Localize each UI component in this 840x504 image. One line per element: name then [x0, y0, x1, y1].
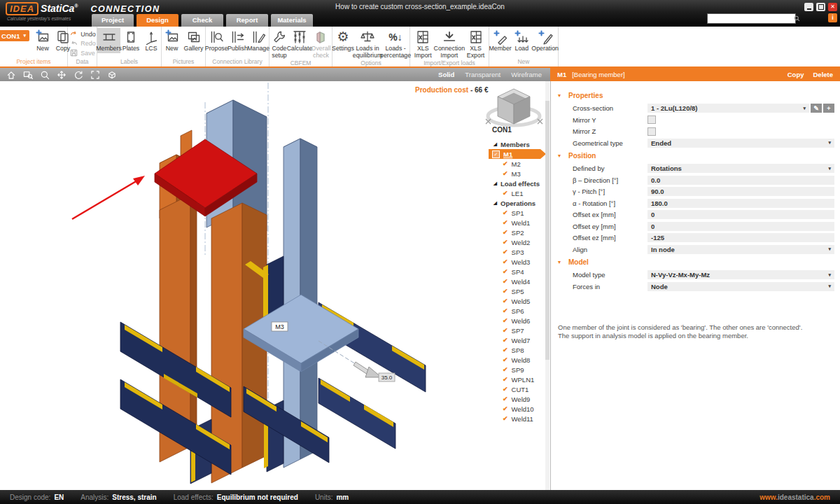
- prop-defined_by-select[interactable]: Rotations▾: [648, 164, 834, 173]
- tree-scrollbar[interactable]: [545, 81, 550, 490]
- check-icon[interactable]: ✔: [503, 366, 508, 373]
- section-collapse-icon[interactable]: ▾: [558, 153, 561, 159]
- tree-item-weld4[interactable]: ✔Weld4: [483, 276, 550, 286]
- xls-export-button[interactable]: XLS Export: [463, 28, 489, 59]
- propose-button[interactable]: Propose: [206, 28, 227, 53]
- check-icon[interactable]: ✔: [503, 160, 508, 167]
- tree-item-weld5[interactable]: ✔Weld5: [483, 296, 550, 306]
- check-icon[interactable]: ✔: [503, 170, 508, 177]
- prop-beta_direction-input[interactable]: 0.0: [648, 176, 834, 185]
- check-icon[interactable]: ✔: [503, 209, 508, 216]
- tree-item-weld1[interactable]: ✔Weld1: [483, 218, 550, 227]
- tree-item-sp5[interactable]: ✔SP5: [483, 286, 550, 296]
- section-header-position[interactable]: ▾Position: [558, 150, 834, 161]
- tab-check[interactable]: Check: [181, 14, 223, 27]
- calculate-button[interactable]: Calculate: [290, 28, 309, 53]
- tree-group-operations[interactable]: ◢Operations: [483, 198, 550, 208]
- check-icon[interactable]: ✔: [503, 307, 508, 314]
- tree-item-m2[interactable]: ✔M2: [483, 159, 550, 169]
- rotate-view-icon[interactable]: [74, 70, 83, 80]
- check-icon[interactable]: ✔: [503, 268, 508, 275]
- check-icon[interactable]: ✔: [503, 327, 508, 334]
- tree-item-sp2[interactable]: ✔SP2: [483, 227, 550, 237]
- check-icon[interactable]: ✔: [503, 396, 508, 402]
- model-scene[interactable]: M3 35.0: [0, 81, 550, 490]
- tree-item-sp6[interactable]: ✔SP6: [483, 306, 550, 316]
- tree-item-le1[interactable]: ✔LE1: [483, 188, 550, 198]
- add-cross-section-button[interactable]: +: [823, 104, 834, 113]
- new-picture-button[interactable]: New: [162, 28, 182, 53]
- prop-gamma_pitch-input[interactable]: 90.0: [648, 187, 834, 196]
- tree-item-sp1[interactable]: ✔SP1: [483, 208, 550, 218]
- expander-icon[interactable]: ◢: [493, 181, 497, 186]
- search-box[interactable]: [707, 13, 796, 24]
- tree-item-weld9[interactable]: ✔Weld9: [483, 394, 550, 404]
- close-button[interactable]: ✕: [828, 3, 837, 11]
- tree-item-weld2[interactable]: ✔Weld2: [483, 237, 550, 247]
- tab-materials[interactable]: Materials: [271, 14, 313, 27]
- check-icon[interactable]: ✔: [503, 278, 508, 285]
- plates-labels-button[interactable]: Plates: [121, 28, 141, 53]
- copy-member-button[interactable]: Copy: [788, 71, 804, 78]
- members-labels-button[interactable]: Members: [97, 28, 120, 53]
- prop-mirror_z-checkbox[interactable]: [648, 127, 656, 136]
- section-collapse-icon[interactable]: ▾: [558, 259, 561, 265]
- tree-group-load-effects[interactable]: ◢Load effects: [483, 178, 550, 188]
- tree-item-weld11[interactable]: ✔Weld11: [483, 414, 550, 424]
- tree-item-sp9[interactable]: ✔SP9: [483, 365, 550, 374]
- expander-icon[interactable]: ◢: [493, 200, 497, 206]
- pan-icon[interactable]: [57, 70, 66, 80]
- check-icon[interactable]: ✔: [503, 337, 508, 344]
- mode-transparent[interactable]: Transparent: [465, 71, 500, 78]
- tab-report[interactable]: Report: [226, 14, 268, 27]
- section-header-model[interactable]: ▾Model: [558, 256, 834, 267]
- tree-item-sp7[interactable]: ✔SP7: [483, 326, 550, 335]
- lcs-labels-button[interactable]: LCS: [141, 28, 161, 53]
- check-icon[interactable]: ✔: [503, 317, 508, 324]
- info-button[interactable]: i: [828, 13, 837, 22]
- tree-item-weld3[interactable]: ✔Weld3: [483, 257, 550, 267]
- mode-wireframe[interactable]: Wireframe: [511, 71, 542, 78]
- tab-project[interactable]: Project: [92, 14, 134, 27]
- undo-button[interactable]: Undo: [70, 30, 96, 38]
- expander-icon[interactable]: ◢: [493, 141, 497, 147]
- check-icon[interactable]: ✔: [503, 288, 508, 295]
- home-view-icon[interactable]: [6, 70, 16, 80]
- tree-item-weld8[interactable]: ✔Weld8: [483, 355, 550, 365]
- mode-solid[interactable]: Solid: [438, 71, 454, 78]
- prop-cross_section-select[interactable]: 1 - 2Lu(L120/8)▾: [648, 104, 809, 113]
- viewport-3d[interactable]: M3 35.0 Production cost - 66 € CON1 ◢Mem…: [0, 81, 550, 490]
- check-icon[interactable]: ✔: [503, 248, 508, 255]
- code-setup-button[interactable]: Code setup: [270, 28, 289, 59]
- website-link[interactable]: www.ideastatica.com: [760, 493, 830, 501]
- tree-item-weld10[interactable]: ✔Weld10: [483, 404, 550, 414]
- gallery-button[interactable]: Gallery: [183, 28, 205, 53]
- view-3d-icon[interactable]: [107, 70, 117, 80]
- tree-item-m3[interactable]: ✔M3: [483, 169, 550, 178]
- check-icon[interactable]: ✔: [503, 258, 508, 265]
- section-header-properties[interactable]: ▾Properties: [558, 90, 834, 101]
- tab-design[interactable]: Design: [136, 14, 178, 27]
- check-icon[interactable]: ✔: [503, 298, 508, 304]
- prop-geom_type-select[interactable]: Ended▾: [648, 139, 834, 148]
- prop-offset_ex-input[interactable]: 0: [648, 210, 834, 219]
- edit-cross-section-button[interactable]: ✎: [811, 104, 822, 113]
- prop-forces_in-select[interactable]: Node▾: [648, 282, 834, 291]
- tree-item-sp3[interactable]: ✔SP3: [483, 247, 550, 257]
- loads-in-equilibrium-button[interactable]: Loads in equilibrium: [354, 28, 381, 59]
- check-icon[interactable]: ✔: [503, 415, 508, 422]
- prop-align-select[interactable]: In node▾: [648, 245, 834, 254]
- zoom-fit-icon[interactable]: [90, 70, 100, 80]
- tree-item-sp4[interactable]: ✔SP4: [483, 267, 550, 276]
- check-icon[interactable]: ✔: [503, 219, 508, 226]
- redo-button[interactable]: Redo: [70, 40, 96, 48]
- minimize-button[interactable]: [804, 3, 813, 11]
- prop-alpha_rotation-input[interactable]: 180.0: [648, 199, 834, 208]
- tree-item-wpln1[interactable]: ✔WPLN1: [483, 374, 550, 384]
- check-icon[interactable]: ✔: [503, 405, 508, 412]
- publish-button[interactable]: Publish: [227, 28, 247, 53]
- xls-import-button[interactable]: XLS Import: [410, 28, 436, 59]
- check-icon[interactable]: ✔: [503, 376, 508, 383]
- delete-member-button[interactable]: Delete: [813, 71, 833, 78]
- check-icon[interactable]: ✔: [503, 229, 508, 236]
